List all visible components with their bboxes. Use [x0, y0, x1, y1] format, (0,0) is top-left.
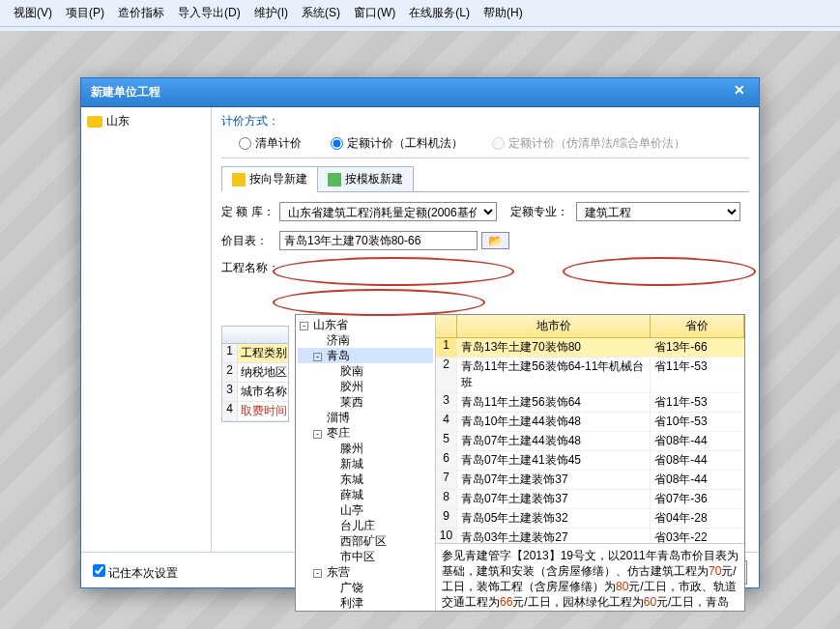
tree-node[interactable]: 山亭 — [298, 502, 433, 518]
tree-node[interactable]: 广饶 — [298, 580, 433, 595]
quota-prof-select[interactable]: 建筑工程 — [576, 202, 740, 221]
tree-node[interactable]: 东城 — [298, 472, 433, 487]
dialog-title-text: 新建单位工程 — [91, 85, 160, 99]
price-note: 参见青建管字【2013】19号文，以2011年青岛市价目表为基础，建筑和安装（含… — [436, 543, 744, 611]
category-row[interactable]: 1工程类别 — [222, 344, 288, 363]
tree-node[interactable]: 滕州 — [298, 441, 433, 456]
tree-node[interactable]: - 东营 — [298, 564, 433, 580]
menu-item[interactable]: 项目(P) — [60, 3, 110, 23]
price-list-combo[interactable] — [279, 231, 478, 250]
category-row[interactable]: 2纳税地区 — [222, 363, 288, 383]
tree-node[interactable]: 新城 — [298, 456, 433, 472]
price-row[interactable]: 9青岛05年土建装饰32省04年-28 — [436, 509, 744, 529]
price-list-browse-icon[interactable]: 📂 — [481, 232, 509, 249]
price-row[interactable]: 6青岛07年土建41装饰45省08年-44 — [436, 451, 744, 471]
price-grid-header: 地市价 省价 — [436, 315, 744, 338]
price-row[interactable]: 10青岛03年土建装饰27省03年-22 — [436, 529, 744, 543]
close-icon[interactable]: ✕ — [726, 82, 753, 98]
quota-lib-select[interactable]: 山东省建筑工程消耗量定额(2006基价) — [279, 202, 497, 221]
price-row[interactable]: 1青岛13年土建70装饰80省13年-66 — [436, 338, 744, 357]
tree-node[interactable]: 胶南 — [298, 363, 433, 379]
menu-item[interactable]: 帮助(H) — [478, 3, 529, 23]
price-row[interactable]: 5青岛07年土建44装饰48省08年-44 — [436, 432, 744, 451]
price-row[interactable]: 2青岛11年土建56装饰64-11年机械台班省11年-53 — [436, 357, 744, 393]
label-quota-lib: 定 额 库： — [221, 204, 279, 220]
menu-item[interactable]: 在线服务(L) — [403, 3, 476, 23]
price-row[interactable]: 8青岛07年土建装饰37省07年-36 — [436, 490, 744, 509]
tree-node[interactable]: 利津 — [298, 595, 433, 611]
radio-quota-composite: 定额计价（仿清单法/综合单价法） — [492, 135, 685, 152]
remember-checkbox[interactable]: 记住本次设置 — [93, 564, 178, 582]
tree-node[interactable]: 胶州 — [298, 379, 433, 394]
tree-node[interactable]: 莱西 — [298, 394, 433, 410]
region-tree-panel[interactable]: - 山东省 济南- 青岛 胶南 胶州 莱西 淄博- 枣庄 滕州 新城 东城 薛城… — [296, 315, 436, 611]
menu-bar: 视图(V)项目(P)造价指标导入导出(D)维护(I)系统(S)窗口(W)在线服务… — [0, 0, 840, 27]
label-price-list: 价目表： — [221, 233, 279, 249]
menu-item[interactable]: 系统(S) — [296, 3, 346, 23]
label-quota-prof: 定额专业： — [510, 204, 576, 220]
category-row[interactable]: 4取费时间 — [222, 402, 288, 421]
tree-node[interactable]: 市中区 — [298, 549, 433, 564]
radio-list-pricing[interactable]: 清单计价 — [239, 135, 302, 152]
tree-node[interactable]: - 枣庄 — [298, 425, 433, 441]
category-row[interactable]: 3城市名称 — [222, 383, 288, 402]
folder-icon — [87, 116, 102, 128]
creation-tabs: 按向导新建 按模板新建 — [221, 166, 749, 192]
tree-node[interactable]: 淄博 — [298, 410, 433, 425]
region-tree: 山东 — [81, 107, 212, 552]
tree-node[interactable]: - 山东省 — [298, 317, 433, 332]
menu-item[interactable]: 造价指标 — [112, 3, 170, 23]
menu-item[interactable]: 视图(V) — [8, 3, 58, 23]
menu-item[interactable]: 维护(I) — [248, 3, 294, 23]
tab-template[interactable]: 按模板新建 — [317, 166, 414, 191]
price-row[interactable]: 7青岛07年土建装饰37省08年-44 — [436, 471, 744, 490]
tree-node[interactable]: 西部矿区 — [298, 533, 433, 549]
price-row[interactable]: 3青岛11年土建56装饰64省11年-53 — [436, 393, 744, 413]
pricing-method-radios: 清单计价 定额计价（工料机法） 定额计价（仿清单法/综合单价法） — [221, 135, 749, 158]
tree-node[interactable]: 台儿庄 — [298, 518, 433, 533]
label-project-name: 工程名称： — [221, 260, 279, 276]
dialog-titlebar: 新建单位工程 ✕ — [81, 78, 759, 107]
menu-item[interactable]: 导入导出(D) — [172, 3, 246, 23]
price-list-dropdown: - 山东省 济南- 青岛 胶南 胶州 莱西 淄博- 枣庄 滕州 新城 东城 薛城… — [295, 314, 745, 612]
tree-node[interactable]: 济南 — [298, 332, 433, 348]
radio-quota-pricing[interactable]: 定额计价（工料机法） — [331, 135, 463, 152]
tab-wizard[interactable]: 按向导新建 — [221, 166, 318, 192]
pricing-method-label: 计价方式： — [221, 113, 749, 129]
new-project-dialog: 新建单位工程 ✕ 山东 计价方式： 清单计价 定额计价（工料机法） 定额计价（仿… — [80, 77, 760, 588]
tree-node[interactable]: - 青岛 — [298, 348, 433, 363]
tree-node[interactable]: 薛城 — [298, 487, 433, 502]
annotation-ellipse — [273, 289, 485, 316]
menu-item[interactable]: 窗口(W) — [348, 3, 401, 23]
category-list: 1工程类别2纳税地区3城市名称4取费时间 — [221, 326, 289, 422]
price-grid-body[interactable]: 1青岛13年土建70装饰80省13年-662青岛11年土建56装饰64-11年机… — [436, 338, 744, 543]
price-row[interactable]: 4青岛10年土建44装饰48省10年-53 — [436, 413, 744, 432]
tree-root[interactable]: 山东 — [87, 113, 205, 129]
